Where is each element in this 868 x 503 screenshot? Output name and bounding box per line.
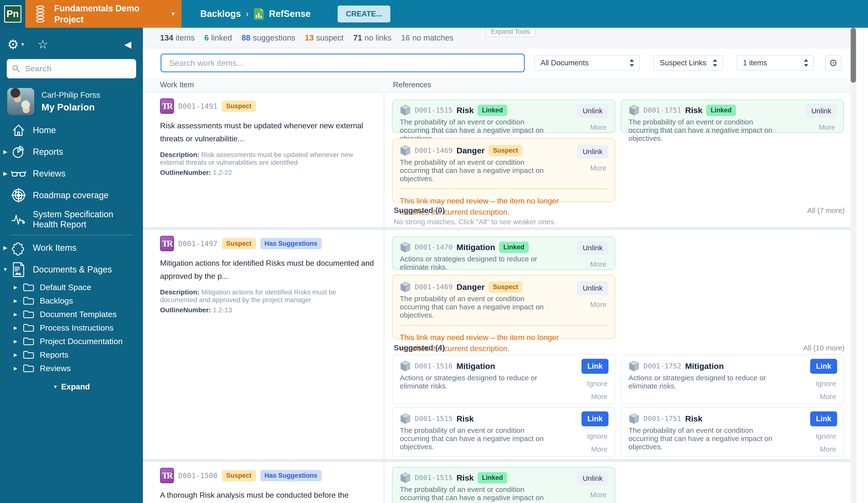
- row-separator: [143, 227, 868, 230]
- sidebar-folder-backlogs[interactable]: ▶ Backlogs: [0, 294, 143, 308]
- sidebar-item-documents-pages[interactable]: ▼ Documents & Pages: [0, 259, 143, 280]
- documents-filter-select[interactable]: All Documents: [534, 55, 640, 71]
- ignore-link[interactable]: Ignore: [816, 380, 836, 388]
- more-link[interactable]: More: [590, 123, 607, 131]
- more-link[interactable]: More: [590, 260, 607, 268]
- work-item-cube-icon: [400, 472, 411, 484]
- collapse-sidebar-icon[interactable]: ◀: [124, 39, 131, 50]
- work-item-search-input[interactable]: [161, 53, 525, 72]
- sidebar-nav: Home ▶ Reports ▶ Reviews Roadmap coverag…: [0, 119, 143, 391]
- work-item-title: Risk assessments must be updated wheneve…: [160, 119, 376, 145]
- stat-no-links[interactable]: 71no links: [353, 33, 392, 42]
- unlink-button[interactable]: Unlink: [577, 281, 609, 295]
- ignore-link[interactable]: Ignore: [587, 432, 608, 440]
- user-name: Carl-Philip Forss: [41, 90, 100, 100]
- table-header: Work Item References: [143, 78, 868, 93]
- project-stack-icon: [35, 5, 45, 23]
- more-link[interactable]: More: [590, 491, 607, 499]
- chevron-right-icon[interactable]: ▶: [14, 284, 23, 290]
- work-item-cell[interactable]: TR D001-1491 Suspect Risk assessments mu…: [143, 93, 384, 227]
- more-link[interactable]: More: [591, 393, 608, 401]
- scrollbar-track[interactable]: [850, 28, 856, 503]
- more-link[interactable]: More: [819, 123, 835, 131]
- sidebar-folder-default-space[interactable]: ▶ Default Space: [0, 280, 143, 294]
- project-selector[interactable]: Fundamentals Demo Project ▾: [25, 0, 182, 28]
- chevron-right-icon[interactable]: ▶: [0, 170, 11, 177]
- work-item-description: Description: Mitigation actions for iden…: [160, 289, 372, 304]
- sidebar-item-reports[interactable]: ▶ Reports: [0, 141, 143, 163]
- chevron-right-icon[interactable]: ▶: [14, 298, 23, 304]
- sidebar-folder-document-templates[interactable]: ▶ Document Templates: [0, 308, 143, 321]
- link-button[interactable]: Link: [810, 411, 837, 426]
- sidebar-folder-reviews[interactable]: ▶ Reviews: [0, 361, 143, 375]
- avatar[interactable]: [7, 88, 34, 115]
- sidebar-item-roadmap-coverage[interactable]: Roadmap coverage: [0, 184, 143, 206]
- sidebar-item-reviews[interactable]: ▶ Reviews: [0, 163, 143, 184]
- stat-no-matches[interactable]: 16no matches: [401, 33, 453, 42]
- stat-items[interactable]: 134items: [160, 33, 195, 42]
- unlink-button[interactable]: Unlink: [577, 145, 609, 159]
- unlink-button[interactable]: Unlink: [577, 471, 609, 485]
- link-button[interactable]: Link: [581, 411, 609, 426]
- all-more-link[interactable]: All (10 more): [803, 344, 845, 352]
- sidebar-folder-reports[interactable]: ▶ Reports: [0, 348, 143, 361]
- ignore-link[interactable]: Ignore: [587, 380, 608, 388]
- link-button[interactable]: Link: [581, 359, 609, 374]
- sidebar-item-work-items[interactable]: ▶ Work Items: [0, 237, 143, 259]
- ignore-link[interactable]: Ignore: [816, 432, 836, 440]
- sidebar-folder-process-instructions[interactable]: ▶ Process Instructions: [0, 321, 143, 334]
- more-link[interactable]: More: [591, 445, 608, 453]
- breadcrumb-current[interactable]: RefSense: [269, 9, 311, 19]
- sidebar-search: [7, 59, 136, 78]
- more-link[interactable]: More: [820, 393, 836, 401]
- unlink-button[interactable]: Unlink: [806, 104, 837, 118]
- references-cell: D001-1515 Risk Linked The probability of…: [384, 93, 868, 227]
- create-button[interactable]: CREATE...: [338, 6, 390, 22]
- link-status-filter-select[interactable]: Suspect Links: [653, 55, 723, 71]
- stat-linked[interactable]: 6linked: [204, 33, 232, 42]
- chevron-right-icon[interactable]: ▶: [14, 339, 23, 344]
- chevron-right-icon[interactable]: ▶: [14, 352, 23, 358]
- work-item-cell[interactable]: TR D001-1497 Suspect Has Suggestions Mit…: [143, 230, 384, 459]
- work-item-cube-icon: [400, 104, 411, 116]
- link-button[interactable]: Link: [810, 359, 837, 374]
- work-item-cube-icon: [629, 413, 640, 425]
- stat-suggestions[interactable]: 88suggestions: [242, 33, 296, 42]
- breadcrumb-parent[interactable]: Backlogs: [200, 9, 241, 19]
- sidebar-folder-project-documentation[interactable]: ▶ Project Documentation: [0, 334, 143, 348]
- more-link[interactable]: More: [590, 164, 607, 172]
- work-item-id: D001-1497: [178, 240, 218, 248]
- chevron-right-icon[interactable]: ▶: [0, 149, 11, 155]
- sidebar-search-input[interactable]: [25, 64, 131, 73]
- all-more-link[interactable]: All (7 more): [807, 207, 845, 214]
- reference-card-linked: D001-1515 Risk Linked The probability of…: [392, 100, 615, 133]
- more-link[interactable]: More: [590, 300, 607, 309]
- chevron-right-icon[interactable]: ▶: [14, 312, 23, 317]
- sidebar-item-system-spec-health[interactable]: System Specification Health Report: [0, 206, 143, 233]
- radar-icon: [11, 187, 27, 203]
- linked-badge: Linked: [478, 105, 507, 116]
- chevron-expanded-icon[interactable]: ▼: [0, 266, 11, 273]
- more-link[interactable]: More: [820, 445, 836, 453]
- settings-gear-button[interactable]: ⚙: [825, 55, 841, 71]
- sidebar-expand-button[interactable]: ▼ Expand: [0, 382, 143, 391]
- my-polarion-link[interactable]: My Polarion: [41, 102, 100, 113]
- sidebar-item-home[interactable]: Home: [0, 119, 143, 141]
- gear-icon[interactable]: ⚙: [7, 38, 19, 51]
- folder-icon: [23, 323, 34, 332]
- work-item-cell[interactable]: TR D001-1500 Suspect Has Suggestions A t…: [143, 462, 384, 503]
- work-item-cube-icon: [629, 360, 640, 372]
- table-row: TR D001-1497 Suspect Has Suggestions Mit…: [143, 230, 868, 459]
- folder-icon: [23, 296, 34, 305]
- chevron-right-icon[interactable]: ▶: [0, 245, 11, 251]
- unlink-button[interactable]: Unlink: [577, 104, 609, 118]
- chevron-right-icon[interactable]: ▶: [14, 325, 23, 331]
- star-icon[interactable]: ☆: [37, 38, 48, 50]
- items-count-select[interactable]: 1 items: [737, 55, 814, 71]
- unlink-button[interactable]: Unlink: [577, 241, 609, 255]
- polarion-logo[interactable]: Pn: [4, 5, 21, 23]
- scrollbar-thumb[interactable]: [851, 28, 856, 83]
- pie-chart-icon: [11, 144, 27, 160]
- stat-suspect[interactable]: 13suspect: [305, 33, 343, 42]
- chevron-right-icon[interactable]: ▶: [14, 365, 23, 371]
